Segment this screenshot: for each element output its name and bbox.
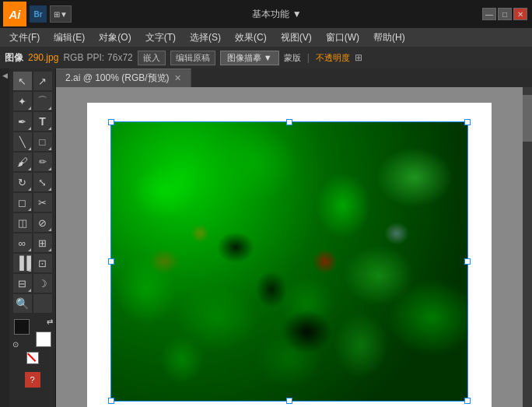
opacity-label: 不透明度 bbox=[316, 52, 350, 64]
eraser-tool[interactable]: ◻ bbox=[13, 193, 32, 212]
artboard-tool[interactable]: ⊡ bbox=[33, 254, 52, 272]
tool-row-slice: ⊟ ☽ bbox=[13, 274, 52, 293]
help-button-area: ? bbox=[25, 372, 40, 388]
minimize-button[interactable]: — bbox=[482, 8, 496, 20]
filename-label: 290.jpg bbox=[28, 52, 58, 63]
rotate-tool[interactable]: ↻ bbox=[13, 173, 32, 191]
menu-view[interactable]: 视图(V) bbox=[275, 30, 318, 46]
extra-tool[interactable] bbox=[33, 294, 52, 313]
default-colors-icon[interactable]: ⊙ bbox=[12, 340, 19, 349]
tool-row-eraser: ◻ ✂ bbox=[13, 193, 52, 212]
main-area: ◀ ↖ ↗ ✦ ⌒ ✒ T ╲ □ 🖌 ✏ ↻ ⤡ ◻ ✂ bbox=[0, 68, 532, 407]
menu-object[interactable]: 对象(O) bbox=[93, 30, 137, 46]
window-controls: — □ ✕ bbox=[482, 8, 532, 20]
lasso-tool[interactable]: ⌒ bbox=[33, 92, 52, 111]
tool-row-blend: ∞ ⊞ bbox=[13, 233, 52, 252]
foreground-color-box[interactable] bbox=[14, 319, 30, 335]
magic-wand-tool[interactable]: ✦ bbox=[13, 92, 32, 111]
tab-close-button[interactable]: ✕ bbox=[174, 73, 181, 83]
tool-row-zoom: 🔍 bbox=[13, 294, 52, 313]
color-mode: RGB bbox=[63, 52, 83, 63]
tool-row-line: ╲ □ bbox=[13, 132, 52, 151]
tool-row-wand: ✦ ⌒ bbox=[13, 92, 52, 111]
hand-tool[interactable]: ☽ bbox=[33, 274, 52, 293]
tool-row-pen: ✒ T bbox=[13, 112, 52, 131]
swap-colors-icon[interactable]: ⇄ bbox=[47, 318, 53, 326]
edit-original-button[interactable]: 编辑原稿 bbox=[170, 51, 215, 65]
menu-help[interactable]: 帮助(H) bbox=[367, 30, 411, 46]
line-tool[interactable]: ╲ bbox=[13, 132, 32, 151]
column-chart-tool[interactable]: ▐▐ bbox=[13, 254, 32, 272]
scrollbar-thumb[interactable] bbox=[523, 95, 532, 142]
symbol-tool[interactable]: ⊞ bbox=[33, 233, 52, 252]
canvas-background bbox=[56, 87, 523, 407]
tool-row-brush: 🖌 ✏ bbox=[13, 153, 52, 171]
image-label: 图像 bbox=[5, 51, 23, 65]
placed-image-content bbox=[110, 121, 468, 402]
fill-stroke-none bbox=[26, 352, 39, 364]
pencil-tool[interactable]: ✏ bbox=[33, 153, 52, 171]
color-selector: ⇄ ⊙ bbox=[14, 319, 51, 347]
br-logo[interactable]: Br bbox=[30, 5, 47, 23]
workspace-label: 基本功能 ▼ bbox=[72, 8, 482, 21]
opacity-extra-icon: ⊞ bbox=[355, 52, 362, 63]
select-tool[interactable]: ↖ bbox=[13, 72, 32, 90]
menu-text[interactable]: 文字(T) bbox=[139, 30, 182, 46]
eyedropper-tool[interactable]: ⊘ bbox=[33, 213, 52, 232]
tab-title: 2.ai @ 100% (RGB/预览) bbox=[65, 72, 170, 85]
mask-label: 蒙版 bbox=[284, 52, 301, 64]
toolbar-layout-btn[interactable]: ⊞▼ bbox=[50, 5, 72, 23]
ai-logo: Ai bbox=[3, 2, 26, 26]
menu-select[interactable]: 选择(S) bbox=[184, 30, 227, 46]
title-bar: Ai Br ⊞▼ 基本功能 ▼ — □ ✕ bbox=[0, 0, 532, 28]
title-bar-left: Ai Br ⊞▼ bbox=[0, 2, 72, 26]
artboard bbox=[87, 103, 492, 407]
tool-row-chart: ▐▐ ⊡ bbox=[13, 254, 52, 272]
canvas-area[interactable]: 2.ai @ 100% (RGB/预览) ✕ bbox=[56, 68, 532, 407]
paintbrush-tool[interactable]: 🖌 bbox=[13, 153, 32, 171]
rect-tool[interactable]: □ bbox=[33, 132, 52, 151]
zoom-tool[interactable]: 🔍 bbox=[13, 294, 32, 313]
tool-row-rotate: ↻ ⤡ bbox=[13, 173, 52, 191]
tool-row-select: ↖ ↗ bbox=[13, 72, 52, 90]
tool-row-gradient: ◫ ⊘ bbox=[13, 213, 52, 232]
none-icon[interactable] bbox=[26, 352, 39, 364]
menu-file[interactable]: 文件(F) bbox=[3, 30, 46, 46]
active-tab[interactable]: 2.ai @ 100% (RGB/预览) ✕ bbox=[56, 68, 191, 87]
background-color-box[interactable] bbox=[36, 332, 51, 347]
scale-tool[interactable]: ⤡ bbox=[33, 173, 52, 191]
maximize-button[interactable]: □ bbox=[498, 8, 512, 20]
gradient-tool[interactable]: ◫ bbox=[13, 213, 32, 232]
toolbar-collapse[interactable]: ◀ bbox=[0, 68, 9, 407]
ppi-label: PPI: bbox=[86, 52, 104, 63]
embed-button[interactable]: 嵌入 bbox=[138, 51, 166, 65]
menu-edit[interactable]: 编辑(E) bbox=[47, 30, 91, 46]
slice-tool[interactable]: ⊟ bbox=[13, 274, 32, 293]
placed-image[interactable] bbox=[110, 121, 468, 402]
properties-bar: 图像 290.jpg RGB PPI: 76x72 嵌入 编辑原稿 图像描摹 ▼… bbox=[0, 47, 532, 68]
vertical-scrollbar[interactable] bbox=[523, 87, 532, 407]
question-mark-button[interactable]: ? bbox=[25, 372, 40, 388]
menu-window[interactable]: 窗口(W) bbox=[320, 30, 366, 46]
menu-bar: 文件(F) 编辑(E) 对象(O) 文字(T) 选择(S) 效果(C) 视图(V… bbox=[0, 28, 532, 47]
ppi-value: 76x72 bbox=[107, 52, 133, 63]
left-toolbar: ↖ ↗ ✦ ⌒ ✒ T ╲ □ 🖌 ✏ ↻ ⤡ ◻ ✂ ◫ ⊘ bbox=[9, 68, 56, 407]
blend-tool[interactable]: ∞ bbox=[13, 233, 32, 252]
image-info: RGB PPI: 76x72 bbox=[63, 52, 132, 63]
text-tool[interactable]: T bbox=[33, 112, 52, 131]
menu-effect[interactable]: 效果(C) bbox=[229, 30, 273, 46]
close-button[interactable]: ✕ bbox=[513, 8, 527, 20]
direct-select-tool[interactable]: ↗ bbox=[33, 72, 52, 90]
scissors-tool[interactable]: ✂ bbox=[33, 193, 52, 212]
pen-tool[interactable]: ✒ bbox=[13, 112, 32, 131]
image-trace-button[interactable]: 图像描摹 ▼ bbox=[220, 51, 279, 65]
tab-bar: 2.ai @ 100% (RGB/预览) ✕ bbox=[56, 68, 532, 87]
